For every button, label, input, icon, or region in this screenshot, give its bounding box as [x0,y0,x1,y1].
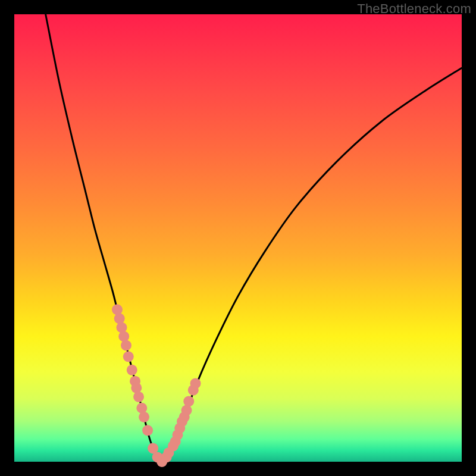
marker-dot [181,405,192,416]
watermark-text: TheBottleneck.com [357,1,471,17]
bottleneck-curve [46,14,462,462]
marker-dot [114,313,125,324]
marker-dot [116,322,127,333]
marker-dot [127,365,137,375]
marker-dot [183,396,194,406]
marker-dot [118,331,129,342]
marker-dot [121,340,131,350]
marker-dot [139,412,149,422]
marker-dot [133,392,144,402]
marker-dot [190,378,201,389]
marker-dot [131,383,142,393]
marker-dot [136,403,147,414]
marker-dot [123,351,134,362]
chart-frame: TheBottleneck.com [0,0,476,476]
marker-dot [112,304,123,315]
curve-path [46,14,462,462]
marker-dot [142,425,153,436]
plot-area [14,14,462,462]
marker-group [112,304,201,467]
curve-layer [14,14,462,462]
